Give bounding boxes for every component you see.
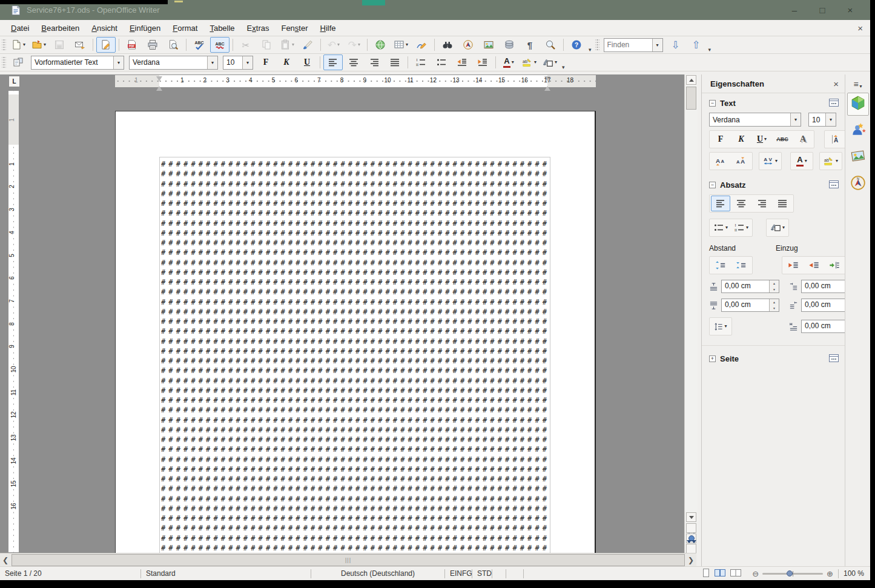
menu-ansicht[interactable]: Ansicht [85, 22, 124, 35]
tab-properties[interactable] [847, 93, 869, 116]
text-line[interactable]: # # # # # # # # # # # # # # # # # # # # … [161, 208, 550, 218]
status-page-count[interactable]: Seite 1 / 20 [0, 569, 140, 578]
print-button[interactable] [143, 37, 162, 53]
single-page-view-button[interactable] [702, 568, 710, 580]
text-line[interactable]: # # # # # # # # # # # # # # # # # # # # … [161, 238, 550, 248]
text-line[interactable]: # # # # # # # # # # # # # # # # # # # # … [161, 395, 550, 405]
help-button[interactable]: ? [567, 37, 586, 53]
text-line[interactable]: # # # # # # # # # # # # # # # # # # # # … [161, 189, 550, 199]
text-line[interactable]: # # # # # # # # # # # # # # # # # # # # … [161, 543, 550, 553]
text-line[interactable]: # # # # # # # # # # # # # # # # # # # # … [161, 326, 550, 336]
menu-fenster[interactable]: Fenster [275, 22, 314, 35]
text-line[interactable]: # # # # # # # # # # # # # # # # # # # # … [161, 307, 550, 317]
line-spacing-button[interactable]: ▾ [711, 319, 730, 334]
text-line[interactable]: # # # # # # # # # # # # # # # # # # # # … [161, 504, 550, 514]
text-line[interactable]: # # # # # # # # # # # # # # # # # # # # … [161, 523, 550, 533]
text-line[interactable]: # # # # # # # # # # # # # # # # # # # # … [161, 474, 550, 484]
find-input[interactable] [604, 41, 652, 49]
paragraph-background-button[interactable]: ▾ [768, 220, 787, 236]
text-line[interactable]: # # # # # # # # # # # # # # # # # # # # … [161, 376, 550, 386]
background-color-button[interactable]: ▾ [540, 55, 560, 70]
numbered-list-button[interactable]: III▾ [731, 220, 751, 236]
maximize-button[interactable]: □ [808, 0, 836, 20]
shrink-font-button[interactable]: AA [731, 153, 751, 169]
text-line[interactable]: # # # # # # # # # # # # # # # # # # # # … [161, 169, 550, 179]
next-page-button[interactable] [686, 544, 696, 553]
zoom-level[interactable]: 100 % [839, 569, 870, 578]
menu-datei[interactable]: Datei [5, 22, 35, 35]
document-close-icon[interactable]: × [857, 23, 863, 33]
vertical-scroll-thumb[interactable] [686, 87, 696, 110]
autospellcheck-button[interactable]: ABC [210, 37, 229, 53]
menu-tabelle[interactable]: Tabelle [203, 22, 240, 35]
copy-button[interactable] [257, 37, 276, 53]
text-line[interactable]: # # # # # # # # # # # # # # # # # # # # … [161, 435, 550, 444]
spellcheck-button[interactable]: ABC [190, 37, 209, 53]
sidebar-close-icon[interactable]: × [833, 79, 839, 89]
dropdown-caret-icon[interactable]: ▾ [337, 42, 340, 47]
align-justify-button[interactable] [385, 55, 404, 70]
increase-spacing-button[interactable] [711, 257, 730, 273]
zoom-slider-thumb[interactable] [787, 570, 793, 576]
sidebar-font-size-combo[interactable]: 10▾ [808, 113, 836, 127]
text-dialog-launcher-button[interactable] [829, 99, 839, 107]
text-line[interactable]: # # # # # # # # # # # # # # # # # # # # … [161, 159, 550, 169]
highlight-color-button[interactable]: ab▾ [520, 55, 539, 70]
font-name-combo[interactable]: Verdana▾ [129, 56, 218, 70]
dropdown-caret-icon[interactable]: ▾ [44, 42, 46, 47]
text-line[interactable]: # # # # # # # # # # # # # # # # # # # # … [161, 464, 550, 474]
bold-button[interactable]: F [711, 131, 730, 147]
status-selection-mode[interactable]: STD [472, 569, 492, 578]
cut-button[interactable]: ✂ [236, 37, 256, 53]
redo-button[interactable]: ↷▾ [345, 37, 364, 53]
book-view-button[interactable] [730, 568, 742, 580]
decrease-indent-button[interactable] [804, 257, 824, 273]
italic-button[interactable]: K [277, 55, 296, 70]
export-pdf-button[interactable]: PDF [122, 37, 142, 53]
switch-indent-button[interactable] [825, 257, 844, 273]
font-size-combo[interactable]: 10▾ [223, 56, 253, 70]
save-button[interactable] [50, 37, 69, 53]
text-line[interactable]: # # # # # # # # # # # # # # # # # # # # … [161, 317, 550, 326]
paragraph-dialog-launcher-button[interactable] [829, 180, 839, 189]
dropdown-arrow-icon[interactable]: ▾ [242, 56, 253, 69]
text-line[interactable]: # # # # # # # # # # # # # # # # # # # # … [161, 415, 550, 425]
find-replace-button[interactable] [438, 37, 457, 53]
find-up-button[interactable]: ⇧ [687, 37, 706, 53]
text-line[interactable]: # # # # # # # # # # # # # # # # # # # # … [161, 356, 550, 366]
highlight-color-button[interactable]: ab▾ [821, 153, 840, 169]
menu-bearbeiten[interactable]: Bearbeiten [35, 22, 85, 35]
paragraph-style-combo[interactable]: Vorformatierter Text▾ [31, 56, 124, 70]
text-line[interactable]: # # # # # # # # # # # # # # # # # # # # … [161, 219, 550, 228]
new-document-button[interactable]: ▾ [8, 37, 28, 53]
insert-table-button[interactable]: ▾ [391, 37, 411, 53]
text-line[interactable]: # # # # # # # # # # # # # # # # # # # # … [161, 277, 550, 287]
paste-button[interactable]: ▾ [277, 37, 297, 53]
text-line[interactable]: # # # # # # # # # # # # # # # # # # # # … [161, 533, 550, 543]
decrease-indent-button[interactable] [452, 55, 472, 70]
scroll-down-button[interactable] [686, 512, 696, 522]
page-dialog-launcher-button[interactable] [829, 354, 839, 363]
text-line[interactable]: # # # # # # # # # # # # # # # # # # # # … [161, 199, 550, 208]
find-combobox[interactable]: ▾ [604, 38, 663, 52]
open-button[interactable]: ▾ [29, 37, 48, 53]
increase-indent-button[interactable] [784, 257, 803, 273]
left-margin-marker[interactable] [156, 76, 162, 81]
text-line[interactable]: # # # # # # # # # # # # # # # # # # # # … [161, 494, 550, 504]
collapse-text-section-icon[interactable]: − [709, 100, 716, 107]
below-paragraph-spacing-field[interactable]: 0,00 cm ▲▼ [721, 299, 779, 312]
hyperlink-button[interactable] [371, 37, 390, 53]
tab-gallery[interactable] [847, 146, 869, 169]
scroll-up-button[interactable] [686, 75, 696, 85]
dropdown-caret-icon[interactable]: ▾ [292, 42, 294, 47]
minimize-button[interactable]: – [781, 0, 808, 20]
collapse-paragraph-section-icon[interactable]: − [709, 182, 716, 188]
align-justify-button[interactable] [773, 196, 792, 211]
dropdown-arrow-icon[interactable]: ▾ [207, 56, 217, 69]
vertical-ruler[interactable]: 112345678910111213141516 [8, 91, 19, 552]
text-line[interactable]: # # # # # # # # # # # # # # # # # # # # … [161, 179, 550, 189]
page-preview-button[interactable] [163, 37, 183, 53]
font-color-button[interactable]: A▾ [499, 55, 518, 70]
find-down-button[interactable]: ⇩ [666, 37, 685, 53]
increase-indent-button[interactable] [473, 55, 492, 70]
